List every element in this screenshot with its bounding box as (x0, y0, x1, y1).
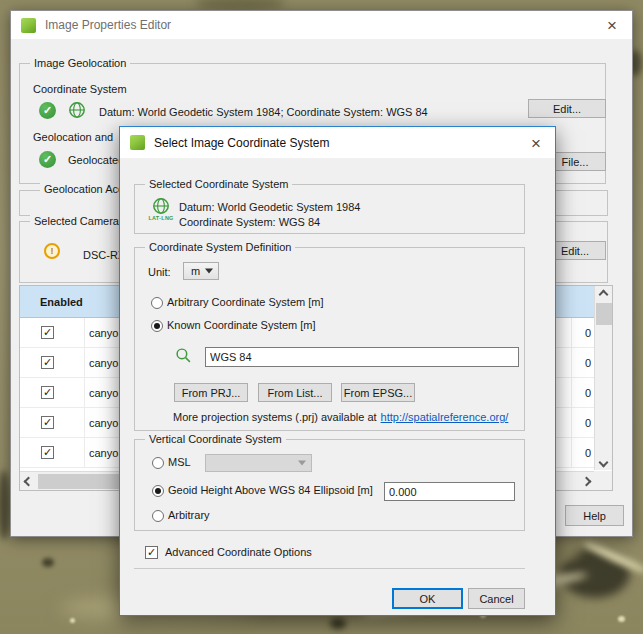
photo-speckle (618, 616, 625, 622)
dialog-coordinate-system-line: Coordinate System: WGS 84 (179, 216, 320, 229)
msl-geoid-combobox-disabled (205, 454, 312, 472)
app-logo-icon (21, 18, 36, 33)
datum-summary-text: Datum: World Geodetic System 1984; Coord… (99, 106, 428, 119)
main-window-close-icon[interactable] (599, 13, 625, 38)
vertical-arbitrary-radio[interactable] (152, 510, 164, 522)
help-button[interactable]: Help (565, 505, 624, 526)
from-list-button[interactable]: From List... (258, 383, 332, 402)
search-icon (175, 347, 192, 364)
group-selected-coordinate-system-label: Selected Coordinate System (145, 178, 292, 191)
dialog-title: Select Image Coordinate System (154, 136, 329, 150)
more-projection-systems-text: More projection systems (.prj) available… (173, 411, 508, 424)
scrollbar-corner (594, 471, 612, 490)
geoid-height-radio-label: Geoid Height Above WGS 84 Ellipsoid [m] (168, 484, 373, 497)
lat-lng-globe-icon: LAT·LNG (146, 197, 176, 221)
dialog-titlebar[interactable]: Select Image Coordinate System (120, 127, 555, 158)
photo-speckle (70, 618, 75, 623)
lat-lng-caption: LAT·LNG (146, 215, 176, 221)
photo-dark-spot (42, 558, 54, 567)
vertical-arbitrary-radio-label: Arbitrary (168, 509, 210, 522)
photo-dark-spot (330, 618, 346, 629)
row-value: 0 (572, 318, 595, 347)
warning-icon (44, 243, 60, 259)
app-logo-icon (130, 135, 145, 150)
group-image-geolocation-label: Image Geolocation (30, 57, 130, 70)
msl-radio[interactable] (152, 457, 164, 469)
advanced-coordinate-options-checkbox[interactable] (145, 546, 158, 559)
scroll-right-icon[interactable] (578, 473, 595, 489)
group-vertical-coordinate-system-label: Vertical Coordinate System (145, 433, 286, 446)
content-separator (134, 568, 525, 569)
vertical-scrollbar-thumb[interactable] (596, 303, 612, 325)
advanced-coordinate-options-label: Advanced Coordinate Options (165, 546, 312, 559)
photo-dark-patch (195, 0, 285, 10)
geoid-height-input[interactable] (384, 482, 515, 501)
main-window-title: Image Properties Editor (45, 18, 171, 32)
table-vertical-scrollbar[interactable] (594, 286, 612, 470)
photo-dark-patch (0, 470, 10, 540)
row-value: 0 (572, 378, 595, 407)
status-ok-icon (39, 102, 56, 119)
spatialreference-link[interactable]: http://spatialreference.org/ (381, 411, 509, 423)
globe-icon (68, 101, 86, 119)
coordinate-system-label: Coordinate System (33, 83, 127, 96)
unit-combobox[interactable]: m (183, 262, 219, 280)
desktop-background-photo: Image Properties Editor Image Geolocatio… (0, 0, 643, 634)
arbitrary-coordinate-system-radio-label: Arbitrary Coordinate System [m] (167, 296, 324, 309)
coordinate-system-search-input[interactable] (205, 347, 519, 367)
from-epsg-button[interactable]: From EPSG... (341, 383, 415, 402)
dialog-close-icon[interactable] (523, 131, 549, 156)
select-image-coordinate-system-dialog: Select Image Coordinate System Selected … (119, 126, 556, 616)
arbitrary-coordinate-system-radio[interactable] (151, 297, 163, 309)
edit-coordinate-system-button[interactable]: Edit... (528, 99, 606, 118)
cancel-button[interactable]: Cancel (468, 588, 525, 609)
chevron-down-icon (205, 269, 213, 274)
group-selected-camera-label: Selected Camera (30, 215, 123, 228)
row-enabled-checkbox[interactable] (41, 446, 54, 459)
unit-label: Unit: (148, 266, 171, 279)
row-value: 0 (572, 348, 595, 377)
row-enabled-checkbox[interactable] (41, 416, 54, 429)
row-enabled-checkbox[interactable] (41, 386, 54, 399)
geolocation-and-label: Geolocation and (33, 131, 113, 144)
dialog-datum-line: Datum: World Geodetic System 1984 (179, 201, 360, 214)
chevron-down-icon (298, 461, 306, 466)
geoid-height-radio[interactable] (152, 485, 164, 497)
known-coordinate-system-radio[interactable] (151, 320, 163, 332)
geolocated-label: Geolocated (68, 154, 124, 167)
msl-radio-label: MSL (168, 456, 191, 469)
known-coordinate-system-radio-label: Known Coordinate System [m] (167, 319, 316, 332)
ok-button[interactable]: OK (392, 588, 463, 609)
row-enabled-checkbox[interactable] (41, 356, 54, 369)
row-value: 0 (572, 438, 595, 467)
scroll-down-icon[interactable] (595, 454, 612, 470)
status-ok-icon (39, 151, 56, 168)
scroll-up-icon[interactable] (595, 286, 612, 302)
row-enabled-checkbox[interactable] (41, 326, 54, 339)
group-coordinate-system-definition-label: Coordinate System Definition (145, 241, 295, 254)
scroll-left-icon[interactable] (20, 473, 37, 489)
main-window-titlebar[interactable]: Image Properties Editor (11, 11, 632, 39)
from-prj-button[interactable]: From PRJ... (174, 383, 248, 402)
row-value: 0 (572, 408, 595, 437)
